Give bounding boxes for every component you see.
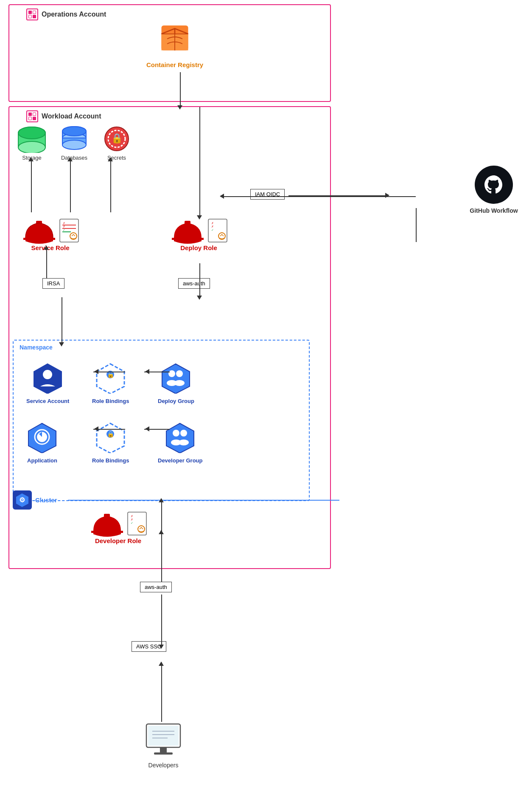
icon-cell-5 (28, 113, 32, 116)
aws-auth-bottom-connector: aws-auth (140, 582, 172, 592)
application-label: Application (26, 457, 58, 464)
arrowhead-oidc-to-github (385, 193, 389, 198)
svg-point-49 (179, 439, 189, 445)
svg-point-38 (176, 370, 183, 377)
iam-oidc-connector: IAM OIDC (250, 189, 285, 200)
svg-text:✗: ✗ (211, 225, 214, 228)
service-role-policy: ✗ ✗ ✓ (59, 218, 79, 243)
svg-point-40 (174, 380, 185, 386)
svg-rect-59 (148, 726, 179, 746)
service-role-icons: ✗ ✗ ✓ (21, 217, 79, 244)
namespace-label: Namespace (20, 344, 53, 351)
role-bindings-top-item: 🔒 Role Bindings (92, 362, 129, 404)
workload-account-label: Workload Account (26, 110, 101, 122)
irsa-label: IRSA (47, 280, 60, 287)
arrow-irsa-to-sa (62, 297, 62, 344)
svg-text:✓: ✓ (63, 228, 65, 231)
deploy-group-icon (160, 362, 192, 394)
cluster-line (68, 500, 339, 501)
developer-role-label: Developer Role (89, 537, 147, 544)
arrowhead-databases-up (67, 157, 73, 161)
svg-text:✗: ✗ (131, 515, 133, 518)
svg-point-10 (62, 127, 86, 136)
irsa-connector: IRSA (42, 278, 64, 289)
registry-label: Container Registry (141, 61, 209, 68)
arrowhead-github-to-dr (220, 194, 224, 199)
svg-text:⚙: ⚙ (19, 496, 25, 504)
application-item: Application (26, 421, 58, 464)
svg-point-46 (173, 430, 179, 437)
icon-cell-3 (28, 15, 32, 18)
svg-rect-60 (160, 747, 167, 752)
developer-role: ✗ ✗ ✓ Developer Role (89, 510, 147, 544)
aws-auth-bottom-label: aws-auth (145, 584, 167, 590)
svg-marker-33 (97, 364, 124, 394)
arrow-dr-to-awsauth (161, 499, 162, 533)
svg-marker-42 (97, 423, 124, 453)
svg-text:✗: ✗ (63, 225, 65, 228)
arrow-github-h (221, 196, 416, 197)
developer-role-icons: ✗ ✗ ✓ (89, 510, 147, 537)
arrowhead-deploy-to-group (197, 296, 202, 300)
icon-cell-4 (33, 15, 36, 18)
svg-text:✓: ✓ (211, 228, 214, 231)
arrowhead-rb-to-app (94, 426, 98, 431)
storage-item: Storage (13, 125, 51, 161)
ops-account-box: Operations Account Container Registry (8, 4, 331, 102)
arrowhead-storage-up (28, 157, 34, 161)
arrow-github-v (416, 208, 417, 242)
svg-text:✓: ✓ (131, 521, 133, 524)
arrowhead-irsa-to-sa (59, 342, 64, 346)
svg-marker-36 (162, 364, 190, 394)
github-octocat (481, 172, 507, 197)
service-account-item: Service Account (26, 362, 69, 404)
svg-point-3 (18, 141, 45, 153)
ops-account-icon (26, 8, 38, 20)
arrowhead-registry-down (177, 105, 182, 110)
namespace-box: Namespace Service Account 🔒 Role Binding… (13, 340, 310, 501)
arrowhead-rb-to-sa (94, 369, 98, 374)
svg-point-47 (180, 430, 187, 437)
deploy-group-item: Deploy Group (158, 362, 194, 404)
workload-account-icon (26, 110, 38, 122)
service-account-icon (32, 362, 64, 394)
secrets-item: 🔒 Secrets (98, 125, 136, 161)
aws-sso-label: AWS SSO (136, 643, 162, 650)
aws-auth-top-label: aws-auth (183, 280, 205, 287)
aws-auth-top-connector: aws-auth (178, 278, 210, 289)
svg-rect-61 (154, 752, 173, 755)
diagram-container: Operations Account Container Registry (0, 0, 532, 800)
deploy-role-label: Deploy Role (170, 244, 228, 251)
service-account-label: Service Account (26, 398, 69, 404)
service-role: ✗ ✗ ✓ Service Role (21, 217, 79, 251)
deploy-role-hardhat (170, 217, 206, 244)
arrowhead-devg-to-rb (145, 426, 149, 431)
storage-icon (16, 125, 48, 153)
registry-icon (156, 18, 194, 56)
arrow-registry-down (180, 72, 181, 107)
role-bindings-top-icon: 🔒 (95, 362, 126, 394)
service-role-hardhat (21, 217, 57, 244)
arrowhead-registry-to-deploy (197, 215, 202, 220)
developer-role-policy: ✗ ✗ ✓ (127, 511, 147, 536)
icon-cell-1 (28, 11, 32, 14)
github-label: GitHub Workflow (464, 207, 524, 214)
ops-account-label: Operations Account (26, 8, 106, 20)
arrowhead-secrets-up (108, 157, 113, 161)
svg-point-4 (18, 127, 45, 139)
databases-label: Databases (55, 155, 93, 161)
github-icon (475, 166, 513, 204)
role-bindings-top-label: Role Bindings (92, 398, 129, 404)
application-icon (26, 421, 58, 453)
deploy-role-icons: ✗ ✗ ✓ (170, 217, 228, 244)
arrow-sa-to-sr (46, 246, 47, 278)
deploy-role: ✗ ✗ ✓ Deploy Role (170, 217, 228, 251)
developers-section: Developers (125, 722, 202, 769)
developers-icon (138, 722, 189, 760)
svg-text:✗: ✗ (211, 222, 214, 225)
container-registry: Container Registry (141, 18, 209, 68)
secrets-icon: 🔒 (101, 125, 133, 153)
svg-text:✗: ✗ (63, 222, 65, 225)
cluster-k8s-icon: ⚙ (15, 493, 30, 507)
arrow-registry-to-deploy (199, 107, 200, 217)
